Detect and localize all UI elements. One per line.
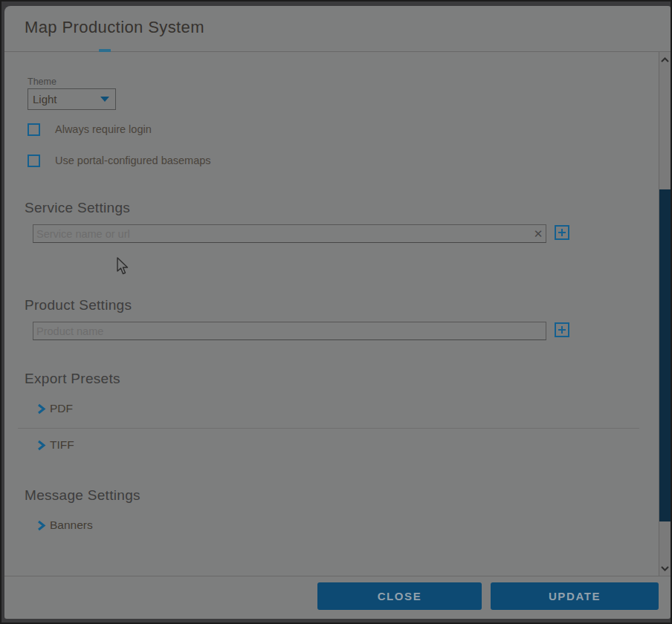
export-presets-heading: Export Presets <box>25 371 120 387</box>
export-preset-pdf-row[interactable]: PDF <box>36 402 73 415</box>
theme-select-value: Light <box>33 93 100 105</box>
export-preset-label: PDF <box>50 402 73 415</box>
clipped-input-edge <box>99 49 111 52</box>
plus-icon <box>558 325 566 334</box>
dialog-header: Map Production System <box>4 6 671 52</box>
scroll-up-arrow-icon[interactable] <box>659 53 671 65</box>
add-product-button[interactable] <box>555 322 569 337</box>
close-button[interactable]: CLOSE <box>317 582 482 610</box>
message-item-label: Banners <box>50 519 93 532</box>
theme-select[interactable]: Light <box>28 88 116 110</box>
mouse-cursor <box>116 257 129 276</box>
product-settings-heading: Product Settings <box>25 297 132 313</box>
row-divider <box>18 428 639 429</box>
service-settings-heading: Service Settings <box>25 200 130 216</box>
screen-backdrop: Map Production System Theme Light Always… <box>0 0 672 624</box>
message-banners-row[interactable]: Banners <box>36 519 93 532</box>
clear-icon[interactable]: ✕ <box>530 226 546 241</box>
chevron-right-icon <box>36 403 46 415</box>
scrollbar-thumb[interactable] <box>659 189 671 521</box>
checkbox-portal-basemaps[interactable]: Use portal-configured basemaps <box>28 154 211 167</box>
theme-label: Theme <box>28 77 56 87</box>
chevron-down-icon <box>100 97 109 102</box>
map-production-dialog: Map Production System Theme Light Always… <box>4 6 671 619</box>
service-name-input[interactable] <box>33 224 546 243</box>
checkbox-always-require-login[interactable]: Always require login <box>28 123 152 136</box>
checkbox-icon[interactable] <box>28 123 40 136</box>
scrollbar[interactable] <box>659 52 671 576</box>
page-title: Map Production System <box>25 18 204 37</box>
checkbox-icon[interactable] <box>28 155 40 167</box>
export-preset-tiff-row[interactable]: TIFF <box>36 438 74 452</box>
chevron-right-icon <box>36 520 46 531</box>
update-button[interactable]: UPDATE <box>491 582 659 610</box>
checkbox-label: Always require login <box>55 123 152 135</box>
product-name-input[interactable] <box>33 322 546 340</box>
chevron-right-icon <box>36 440 46 451</box>
add-service-button[interactable] <box>555 225 569 240</box>
scroll-down-arrow-icon[interactable] <box>659 562 671 574</box>
dialog-footer: CLOSE UPDATE <box>4 576 671 619</box>
plus-icon <box>558 228 566 237</box>
message-settings-heading: Message Settings <box>25 487 140 504</box>
export-preset-label: TIFF <box>50 438 74 452</box>
checkbox-label: Use portal-configured basemaps <box>55 155 211 166</box>
